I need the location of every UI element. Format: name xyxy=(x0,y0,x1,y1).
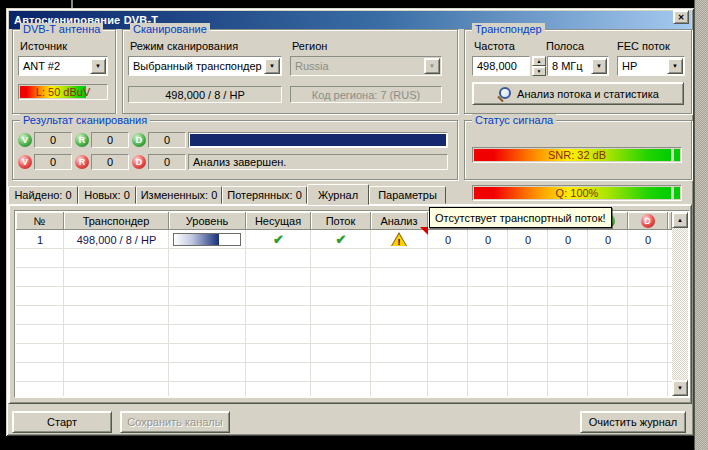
tab-found-label: Найдено: 0 xyxy=(14,189,71,201)
scroll-up-button[interactable]: ▲ xyxy=(672,212,688,228)
tooltip-text: Отсутствует транспортный поток! xyxy=(435,212,606,224)
lost-data-badge: D xyxy=(132,155,146,169)
arrow-up-icon: ▲ xyxy=(537,58,542,64)
group-title-result: Результат сканирования xyxy=(20,114,150,126)
arrow-down-icon: ▼ xyxy=(537,68,542,74)
check-icon: ✔ xyxy=(273,232,284,247)
group-title-signal: Статус сигнала xyxy=(472,114,556,126)
tooltip: Отсутствует транспортный поток! xyxy=(429,207,612,228)
tab-journal[interactable]: Журнал xyxy=(307,184,369,205)
lost-data-count: 0 xyxy=(148,154,186,170)
magnifier-icon xyxy=(497,87,511,101)
quality-bar: Q: 100% xyxy=(472,185,682,201)
journal-grid[interactable]: № Транспондер Уровень Несущая Поток Анал… xyxy=(14,210,690,398)
clear-journal-label: Очистить журнал xyxy=(589,416,678,428)
row-count-4: 0 xyxy=(548,230,588,249)
row-stream-ok: ✔ xyxy=(311,230,371,249)
col-header-transponder[interactable]: Транспондер xyxy=(64,212,169,230)
row-count-6: 0 xyxy=(628,230,668,249)
spin-up-button[interactable]: ▲ xyxy=(532,56,546,66)
tab-new-label: Новых: 0 xyxy=(84,189,130,201)
background-window-sliver xyxy=(694,0,708,450)
arrow-up-icon: ▲ xyxy=(677,217,683,223)
col-header-data-lost[interactable]: D xyxy=(628,212,668,230)
col-header-carrier[interactable]: Несущая xyxy=(246,212,311,230)
table-row[interactable]: 1 498,000 / 8 / HP ✔ ✔ ! 0 0 0 0 0 0 xyxy=(16,230,672,249)
scan-mode-combo-button[interactable]: ▼ xyxy=(264,58,280,74)
frequency-label: Частота xyxy=(474,40,515,52)
clear-journal-button[interactable]: Очистить журнал xyxy=(580,411,686,433)
close-icon: ✕ xyxy=(678,13,685,22)
row-level-fill xyxy=(174,234,219,245)
tab-changed-label: Измененных: 0 xyxy=(141,189,218,201)
scan-status-text: Анализ завершен. xyxy=(188,154,448,170)
source-combo-button[interactable]: ▼ xyxy=(90,58,106,74)
scroll-down-button[interactable]: ▼ xyxy=(672,380,688,396)
antenna-level-bar: L: 50 dBuV xyxy=(18,84,108,100)
snr-text: SNR: 32 dB xyxy=(473,148,681,162)
snr-bar: SNR: 32 dB xyxy=(472,147,682,163)
close-button[interactable]: ✕ xyxy=(673,10,689,24)
row-level-bar xyxy=(173,233,241,246)
frequency-field[interactable]: 498,000 xyxy=(472,56,530,76)
start-button[interactable]: Старт xyxy=(12,411,112,433)
row-count-2: 0 xyxy=(468,230,508,249)
warning-exclamation: ! xyxy=(391,237,407,247)
vertical-scrollbar[interactable]: ▲ ▼ xyxy=(672,212,688,396)
fec-combo-button[interactable]: ▼ xyxy=(667,58,683,74)
bandwidth-combo-button[interactable]: ▼ xyxy=(591,58,607,74)
check-icon: ✔ xyxy=(336,232,347,247)
chevron-down-icon: ▼ xyxy=(672,63,678,69)
spin-down-button[interactable]: ▼ xyxy=(532,66,546,76)
dialog-autoscan-dvbt: Автосканирование DVB-T ✕ DVB-T антенна И… xyxy=(6,8,694,436)
region-code-readout: Код региона: 7 (RUS) xyxy=(290,86,442,103)
row-count-3: 0 xyxy=(508,230,548,249)
tab-changed[interactable]: Измененных: 0 xyxy=(136,186,222,204)
screen: Автосканирование DVB-T ✕ DVB-T антенна И… xyxy=(0,0,708,450)
frequency-value: 498,000 xyxy=(477,60,517,72)
tab-lost[interactable]: Потерянных: 0 xyxy=(222,186,307,204)
group-title-antenna: DVB-T антенна xyxy=(20,23,103,35)
analyze-stream-label: Анализ потока и статистика xyxy=(517,88,659,100)
chevron-down-icon: ▼ xyxy=(269,63,275,69)
bandwidth-label: Полоса xyxy=(546,40,584,52)
found-data-badge: D xyxy=(132,133,146,147)
source-combo-value: ANT #2 xyxy=(23,57,60,75)
found-radio-badge: R xyxy=(75,133,89,147)
titlebar[interactable]: Автосканирование DVB-T xyxy=(9,11,691,29)
row-count-1: 0 xyxy=(428,230,468,249)
group-title-scanning: Сканирование xyxy=(130,23,210,35)
found-radio-count: 0 xyxy=(91,132,129,148)
region-combo-button: ▼ xyxy=(424,58,440,74)
start-button-label: Старт xyxy=(47,416,77,428)
tab-journal-label: Журнал xyxy=(318,189,358,201)
lost-radio-badge: R xyxy=(75,155,89,169)
lost-video-badge: V xyxy=(18,155,32,169)
frequency-spinner: ▲ ▼ xyxy=(532,56,546,76)
chevron-down-icon: ▼ xyxy=(596,63,602,69)
col-header-level[interactable]: Уровень xyxy=(169,212,246,230)
fec-combo[interactable]: HP ▼ xyxy=(617,56,685,76)
col-header-stream[interactable]: Поток xyxy=(311,212,371,230)
tab-parameters[interactable]: Параметры xyxy=(369,186,446,204)
row-transponder: 498,000 / 8 / HP xyxy=(64,230,169,249)
group-scan-result: Результат сканирования xyxy=(12,120,458,180)
source-combo[interactable]: ANT #2 ▼ xyxy=(18,56,108,76)
tab-found[interactable]: Найдено: 0 xyxy=(8,186,78,204)
bandwidth-combo[interactable]: 8 МГц ▼ xyxy=(547,56,609,76)
bandwidth-value: 8 МГц xyxy=(552,57,583,75)
tooltip-anchor-marker xyxy=(420,227,428,235)
fec-value: HP xyxy=(622,57,637,75)
transponder-readout: 498,000 / 8 / HP xyxy=(128,86,282,103)
chevron-down-icon: ▼ xyxy=(95,63,101,69)
arrow-down-icon: ▼ xyxy=(677,385,683,391)
chevron-down-icon: ▼ xyxy=(429,63,435,69)
region-label: Регион xyxy=(292,40,327,52)
row-carrier-ok: ✔ xyxy=(246,230,311,249)
tab-new[interactable]: Новых: 0 xyxy=(78,186,136,204)
analyze-stream-button[interactable]: Анализ потока и статистика xyxy=(472,82,684,105)
col-header-num[interactable]: № xyxy=(16,212,64,230)
quality-text: Q: 100% xyxy=(473,186,681,200)
scan-mode-combo[interactable]: Выбранный транспондер ▼ xyxy=(128,56,282,76)
lost-video-count: 0 xyxy=(34,154,72,170)
